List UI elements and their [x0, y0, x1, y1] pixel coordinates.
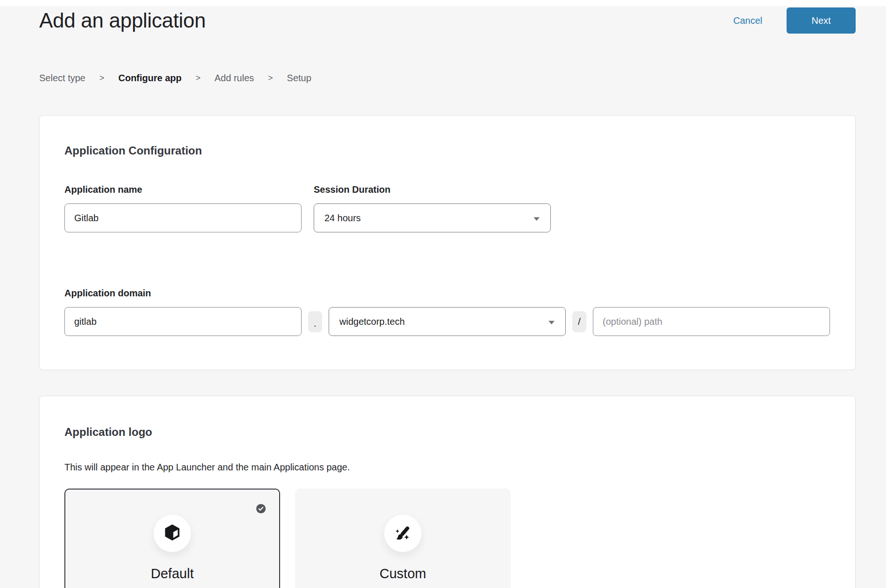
- next-button[interactable]: Next: [787, 7, 856, 34]
- paintbrush-icon: [393, 523, 413, 544]
- name-session-row: Application name Session Duration 24 hou…: [64, 184, 830, 232]
- logo-option-default[interactable]: Default: [64, 489, 280, 588]
- breadcrumb-step-configure-app[interactable]: Configure app: [118, 73, 182, 84]
- session-duration-select[interactable]: 24 hours: [314, 203, 551, 232]
- session-duration-value: 24 hours: [324, 213, 361, 224]
- breadcrumb-separator: >: [196, 73, 201, 83]
- application-logo-description: This will appear in the App Launcher and…: [64, 462, 830, 473]
- add-application-page: Add an application Cancel Next Select ty…: [0, 0, 886, 588]
- breadcrumb: Select type > Configure app > Add rules …: [39, 73, 856, 84]
- chevron-down-icon: [548, 316, 555, 327]
- breadcrumb-separator: >: [99, 73, 105, 83]
- logo-option-default-label: Default: [151, 566, 194, 581]
- path-input[interactable]: [593, 307, 830, 336]
- logo-option-tiles: Default Custom: [64, 489, 830, 588]
- logo-icon-circle: [154, 515, 191, 552]
- breadcrumb-step-select-type[interactable]: Select type: [39, 73, 85, 84]
- breadcrumb-step-setup[interactable]: Setup: [287, 73, 311, 84]
- page-header: Add an application Cancel Next: [39, 0, 856, 34]
- application-name-label: Application name: [64, 184, 302, 195]
- domain-select[interactable]: widgetcorp.tech: [329, 307, 566, 336]
- breadcrumb-separator: >: [268, 73, 273, 83]
- application-name-field: Application name: [64, 184, 302, 232]
- application-logo-heading: Application logo: [64, 425, 830, 439]
- breadcrumb-step-add-rules[interactable]: Add rules: [215, 73, 254, 84]
- header-actions: Cancel Next: [733, 7, 856, 34]
- subdomain-input[interactable]: [64, 307, 302, 336]
- application-domain-row: . widgetcorp.tech /: [64, 307, 830, 336]
- application-name-input[interactable]: [64, 203, 302, 232]
- chevron-down-icon: [533, 213, 540, 224]
- application-logo-card: Application logo This will appear in the…: [39, 396, 856, 588]
- check-icon: [256, 504, 266, 514]
- application-configuration-heading: Application Configuration: [64, 144, 830, 158]
- page-title: Add an application: [39, 7, 206, 34]
- session-duration-field: Session Duration 24 hours: [314, 184, 551, 232]
- logo-option-custom-label: Custom: [380, 566, 426, 581]
- dot-separator: .: [308, 311, 322, 332]
- application-configuration-card: Application Configuration Application na…: [39, 115, 856, 370]
- session-duration-label: Session Duration: [314, 184, 551, 195]
- application-domain-label: Application domain: [64, 287, 830, 299]
- cube-icon: [163, 523, 182, 544]
- domain-select-value: widgetcorp.tech: [339, 316, 405, 327]
- slash-separator: /: [572, 311, 586, 332]
- logo-option-custom[interactable]: Custom: [295, 489, 511, 588]
- cancel-button[interactable]: Cancel: [733, 15, 762, 26]
- logo-icon-circle: [384, 515, 422, 552]
